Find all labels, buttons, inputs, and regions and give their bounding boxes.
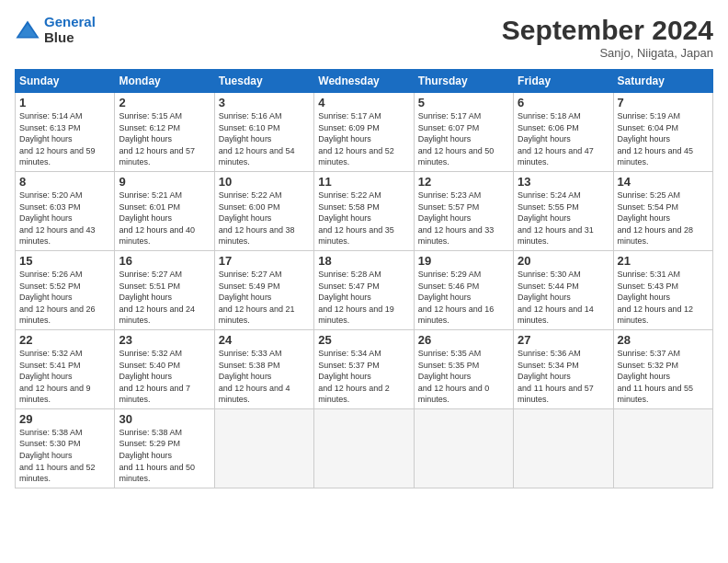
table-row: 3Sunrise: 5:16 AMSunset: 6:10 PMDaylight… — [214, 93, 313, 172]
day-info: Sunrise: 5:28 AMSunset: 5:47 PMDaylight … — [318, 269, 409, 327]
table-row: 26Sunrise: 5:35 AMSunset: 5:35 PMDayligh… — [414, 329, 513, 408]
table-row: 25Sunrise: 5:34 AMSunset: 5:37 PMDayligh… — [314, 329, 414, 408]
day-info: Sunrise: 5:32 AMSunset: 5:40 PMDaylight … — [119, 348, 210, 406]
day-info: Sunrise: 5:15 AMSunset: 6:12 PMDaylight … — [119, 110, 210, 168]
col-monday: Monday — [115, 70, 214, 93]
col-wednesday: Wednesday — [314, 70, 414, 93]
day-number: 27 — [518, 333, 609, 347]
calendar-week-row: 29Sunrise: 5:38 AMSunset: 5:30 PMDayligh… — [16, 408, 713, 488]
table-row: 19Sunrise: 5:29 AMSunset: 5:46 PMDayligh… — [414, 250, 513, 329]
day-number: 15 — [19, 254, 110, 268]
table-row: 4Sunrise: 5:17 AMSunset: 6:09 PMDaylight… — [314, 93, 414, 172]
table-row: 8Sunrise: 5:20 AMSunset: 6:03 PMDaylight… — [16, 171, 115, 250]
day-info: Sunrise: 5:32 AMSunset: 5:41 PMDaylight … — [19, 348, 110, 406]
table-row: 29Sunrise: 5:38 AMSunset: 5:30 PMDayligh… — [16, 408, 115, 488]
col-friday: Friday — [514, 70, 613, 93]
day-info: Sunrise: 5:27 AMSunset: 5:49 PMDaylight … — [219, 269, 310, 327]
day-number: 24 — [219, 333, 310, 347]
day-info: Sunrise: 5:36 AMSunset: 5:34 PMDaylight … — [518, 348, 609, 406]
day-number: 9 — [119, 175, 210, 189]
table-row — [214, 408, 313, 488]
table-row: 1Sunrise: 5:14 AMSunset: 6:13 PMDaylight… — [16, 93, 115, 172]
table-row: 16Sunrise: 5:27 AMSunset: 5:51 PMDayligh… — [115, 250, 214, 329]
day-number: 25 — [318, 333, 409, 347]
day-number: 19 — [418, 254, 509, 268]
day-info: Sunrise: 5:23 AMSunset: 5:57 PMDaylight … — [418, 190, 509, 247]
col-sunday: Sunday — [16, 70, 115, 93]
table-row: 22Sunrise: 5:32 AMSunset: 5:41 PMDayligh… — [16, 329, 115, 408]
day-number: 5 — [418, 96, 509, 109]
day-number: 10 — [219, 175, 310, 189]
col-thursday: Thursday — [414, 70, 513, 93]
day-number: 20 — [518, 254, 609, 268]
table-row — [414, 408, 513, 488]
day-info: Sunrise: 5:25 AMSunset: 5:54 PMDaylight … — [618, 190, 709, 247]
day-number: 1 — [19, 96, 110, 109]
day-number: 26 — [418, 333, 509, 347]
day-info: Sunrise: 5:35 AMSunset: 5:35 PMDaylight … — [418, 348, 509, 406]
table-row: 17Sunrise: 5:27 AMSunset: 5:49 PMDayligh… — [214, 250, 313, 329]
table-row: 15Sunrise: 5:26 AMSunset: 5:52 PMDayligh… — [16, 250, 115, 329]
table-row: 18Sunrise: 5:28 AMSunset: 5:47 PMDayligh… — [314, 250, 414, 329]
title-block: September 2024 Sanjo, Niigata, Japan — [502, 15, 713, 60]
day-number: 12 — [418, 175, 509, 189]
day-number: 4 — [318, 96, 409, 109]
table-row: 11Sunrise: 5:22 AMSunset: 5:58 PMDayligh… — [314, 171, 414, 250]
day-info: Sunrise: 5:22 AMSunset: 5:58 PMDaylight … — [318, 190, 409, 247]
table-row: 20Sunrise: 5:30 AMSunset: 5:44 PMDayligh… — [514, 250, 613, 329]
table-row: 28Sunrise: 5:37 AMSunset: 5:32 PMDayligh… — [613, 329, 712, 408]
day-info: Sunrise: 5:14 AMSunset: 6:13 PMDaylight … — [19, 110, 110, 168]
day-info: Sunrise: 5:30 AMSunset: 5:44 PMDaylight … — [518, 269, 609, 327]
day-info: Sunrise: 5:22 AMSunset: 6:00 PMDaylight … — [219, 190, 310, 247]
col-saturday: Saturday — [613, 70, 712, 93]
logo-icon — [15, 17, 40, 43]
month-title: September 2024 — [502, 15, 713, 46]
day-info: Sunrise: 5:16 AMSunset: 6:10 PMDaylight … — [219, 110, 310, 168]
location: Sanjo, Niigata, Japan — [502, 46, 713, 60]
day-number: 7 — [618, 96, 709, 109]
day-number: 29 — [19, 412, 110, 426]
day-number: 22 — [19, 333, 110, 347]
day-info: Sunrise: 5:33 AMSunset: 5:38 PMDaylight … — [219, 348, 310, 406]
day-info: Sunrise: 5:17 AMSunset: 6:09 PMDaylight … — [318, 110, 409, 168]
day-info: Sunrise: 5:19 AMSunset: 6:04 PMDaylight … — [618, 110, 709, 168]
table-row: 9Sunrise: 5:21 AMSunset: 6:01 PMDaylight… — [115, 171, 214, 250]
day-info: Sunrise: 5:31 AMSunset: 5:43 PMDaylight … — [618, 269, 709, 327]
day-number: 6 — [518, 96, 609, 109]
table-row: 13Sunrise: 5:24 AMSunset: 5:55 PMDayligh… — [514, 171, 613, 250]
table-row: 21Sunrise: 5:31 AMSunset: 5:43 PMDayligh… — [613, 250, 712, 329]
table-row: 10Sunrise: 5:22 AMSunset: 6:00 PMDayligh… — [214, 171, 313, 250]
day-info: Sunrise: 5:24 AMSunset: 5:55 PMDaylight … — [518, 190, 609, 247]
day-info: Sunrise: 5:26 AMSunset: 5:52 PMDaylight … — [19, 269, 110, 327]
day-number: 17 — [219, 254, 310, 268]
table-row — [314, 408, 414, 488]
calendar-week-row: 1Sunrise: 5:14 AMSunset: 6:13 PMDaylight… — [16, 93, 713, 172]
day-number: 21 — [618, 254, 709, 268]
day-number: 28 — [618, 333, 709, 347]
calendar-header-row: Sunday Monday Tuesday Wednesday Thursday… — [16, 70, 713, 93]
table-row: 2Sunrise: 5:15 AMSunset: 6:12 PMDaylight… — [115, 93, 214, 172]
main-container: General Blue September 2024 Sanjo, Niiga… — [0, 0, 728, 498]
calendar-table: Sunday Monday Tuesday Wednesday Thursday… — [15, 69, 713, 488]
table-row: 6Sunrise: 5:18 AMSunset: 6:06 PMDaylight… — [514, 93, 613, 172]
day-info: Sunrise: 5:38 AMSunset: 5:30 PMDaylight … — [19, 427, 110, 485]
day-number: 13 — [518, 175, 609, 189]
day-info: Sunrise: 5:37 AMSunset: 5:32 PMDaylight … — [618, 348, 709, 406]
day-info: Sunrise: 5:27 AMSunset: 5:51 PMDaylight … — [119, 269, 210, 327]
day-number: 11 — [318, 175, 409, 189]
table-row — [613, 408, 712, 488]
table-row: 27Sunrise: 5:36 AMSunset: 5:34 PMDayligh… — [514, 329, 613, 408]
day-number: 14 — [618, 175, 709, 189]
day-number: 8 — [19, 175, 110, 189]
day-number: 3 — [219, 96, 310, 109]
logo-text-general: General — [44, 14, 96, 29]
day-number: 16 — [119, 254, 210, 268]
calendar-week-row: 22Sunrise: 5:32 AMSunset: 5:41 PMDayligh… — [16, 329, 713, 408]
table-row: 7Sunrise: 5:19 AMSunset: 6:04 PMDaylight… — [613, 93, 712, 172]
table-row: 5Sunrise: 5:17 AMSunset: 6:07 PMDaylight… — [414, 93, 513, 172]
table-row: 30Sunrise: 5:38 AMSunset: 5:29 PMDayligh… — [115, 408, 214, 488]
table-row: 14Sunrise: 5:25 AMSunset: 5:54 PMDayligh… — [613, 171, 712, 250]
logo: General Blue — [15, 15, 96, 45]
calendar-week-row: 8Sunrise: 5:20 AMSunset: 6:03 PMDaylight… — [16, 171, 713, 250]
day-number: 2 — [119, 96, 210, 109]
